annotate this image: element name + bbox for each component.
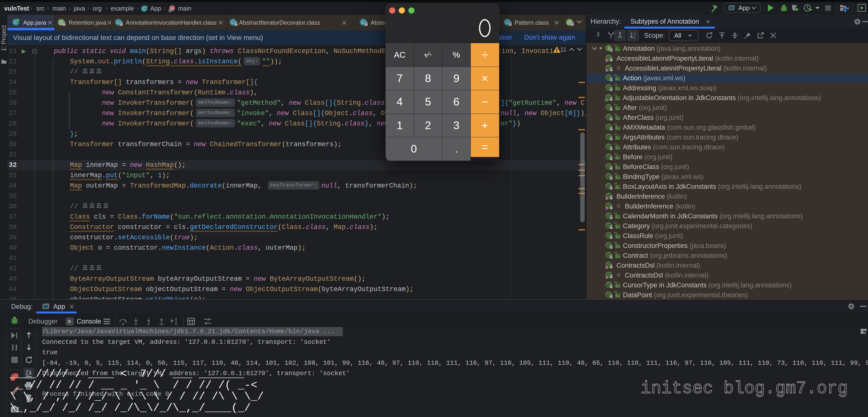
svg-text:C: C — [143, 6, 146, 11]
svg-text:C: C — [361, 20, 365, 25]
svg-text:C: C — [505, 20, 509, 25]
svg-text:a: a — [633, 32, 636, 35]
svg-text:C: C — [14, 20, 17, 25]
svg-text:m: m — [170, 6, 174, 10]
svg-text:C: C — [231, 20, 235, 25]
svg-text:C: C — [116, 20, 120, 25]
svg-text:z: z — [634, 36, 636, 39]
